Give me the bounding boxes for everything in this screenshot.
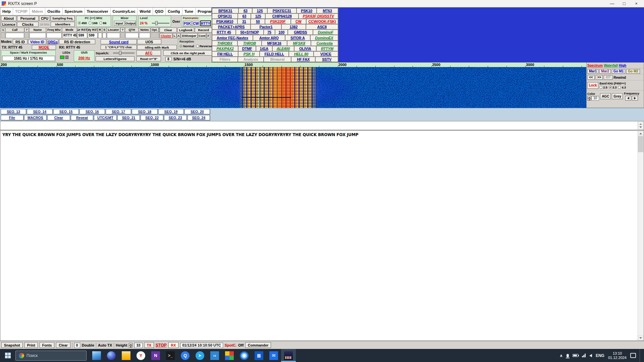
seq-button-seq-24[interactable]: SEQ. 24 bbox=[187, 115, 210, 120]
mode-gmdss[interactable]: GMDSS bbox=[288, 29, 313, 35]
qso-input-notes-13[interactable] bbox=[139, 33, 150, 38]
mode-31[interactable]: 31 bbox=[237, 19, 251, 24]
mode-141a[interactable]: 141A bbox=[256, 46, 272, 51]
mode-50[interactable]: 50 bbox=[251, 19, 265, 24]
frequency-right-button[interactable] bbox=[632, 96, 638, 101]
mode-ccw-ook-fsk[interactable]: CCW(OOK-FSK) bbox=[306, 19, 338, 24]
taskbar-app-browser[interactable] bbox=[237, 349, 252, 362]
scroll-down-icon[interactable] bbox=[638, 336, 643, 340]
band-2-5-radio[interactable]: 2.5 bbox=[599, 86, 607, 89]
start-button[interactable] bbox=[0, 349, 15, 362]
cpu-button[interactable]: CPU bbox=[39, 16, 50, 21]
taskbar-app-onenote[interactable]: N bbox=[148, 349, 163, 362]
notification-center-icon[interactable] bbox=[630, 353, 636, 358]
shift-left-button[interactable]: << bbox=[587, 75, 595, 80]
spotc-label[interactable]: SpotC. bbox=[225, 343, 236, 347]
mode-psk-h[interactable]: PSK H bbox=[238, 51, 260, 57]
reception-normal-radio[interactable]: Normal bbox=[179, 44, 194, 48]
mode-voice[interactable]: VOICE bbox=[314, 51, 338, 57]
height-spinner[interactable] bbox=[129, 343, 132, 348]
menu-item-transceiver[interactable]: Transceiver bbox=[85, 8, 111, 15]
pc-mhz-option-166[interactable]: 166 bbox=[89, 21, 98, 25]
qso-cell-a[interactable]: A bbox=[177, 33, 180, 38]
mode-63[interactable]: 63 bbox=[238, 8, 252, 13]
qso-button-opt-14[interactable]: Opt. bbox=[151, 27, 159, 32]
mar1-button[interactable]: Mar1 bbox=[587, 69, 598, 74]
panoramic-psk-button[interactable]: PSK bbox=[183, 21, 192, 26]
minimize-button[interactable]: — bbox=[606, 0, 618, 7]
mode-packet-aprs[interactable]: PACKET+APRS bbox=[212, 24, 251, 29]
double-toggle[interactable]: Double bbox=[82, 343, 94, 347]
qso-cell-dxkeeper[interactable]: DXKeeper bbox=[181, 33, 198, 38]
seq-button-utc-gmt[interactable]: UTC/GMT bbox=[94, 115, 117, 120]
lock-button[interactable]: Lock bbox=[587, 82, 598, 89]
hidden-icons-chevron-icon[interactable]: ∧ bbox=[559, 353, 563, 358]
qso-input-call-1[interactable] bbox=[5, 33, 24, 38]
panoramic-cw-button[interactable]: CW bbox=[192, 21, 200, 26]
personal-button[interactable]: Personal bbox=[17, 16, 39, 21]
level-slider-thumb[interactable] bbox=[155, 21, 158, 25]
sampling-freq-button[interactable]: Sampling freq. bbox=[51, 16, 75, 21]
taskbar-app-telegram[interactable]: ➤ bbox=[193, 349, 207, 362]
microphone-icon[interactable] bbox=[567, 354, 569, 357]
spinner-down-icon[interactable] bbox=[129, 345, 132, 348]
taskbar-app-q-app[interactable]: Q bbox=[178, 349, 193, 362]
spectrum-button[interactable]: Spectrum bbox=[587, 64, 603, 67]
mode-sitor-a[interactable]: SITOR A bbox=[285, 35, 310, 40]
maximize-button[interactable]: □ bbox=[618, 0, 630, 7]
mode-cw[interactable]: CW bbox=[291, 19, 307, 24]
seq-button-seq-20[interactable]: SEQ. 20 bbox=[184, 109, 210, 114]
mode-mfsk8[interactable]: MFSK8 bbox=[287, 41, 311, 46]
mode-throbx[interactable]: THROBX bbox=[212, 41, 237, 46]
shift-value-button[interactable]: 200 Hz bbox=[74, 56, 94, 60]
mode-pskam10[interactable]: PSKAM10 bbox=[212, 19, 237, 24]
taskbar-app-mail[interactable]: ✉ bbox=[266, 349, 281, 362]
qso-input-mode-5[interactable]: RTTY 45 bbox=[62, 33, 77, 38]
seq-button-seq-19[interactable]: SEQ. 19 bbox=[158, 109, 184, 114]
qso-input-name-3[interactable] bbox=[29, 33, 46, 38]
agc-button[interactable]: AGC bbox=[600, 93, 611, 99]
rs-id-detection-button[interactable]: RS ID detection bbox=[59, 39, 95, 44]
mode-mfsk16[interactable]: MFSK16 bbox=[262, 41, 287, 46]
taskbar-clock[interactable]: 13:10 01.12.2024 bbox=[608, 351, 627, 360]
mode-100[interactable]: 100 bbox=[275, 29, 288, 35]
mode-hf-fax[interactable]: HF FAX bbox=[291, 57, 315, 62]
taskbar-app-multipsk[interactable] bbox=[281, 349, 296, 362]
mode-50-synop[interactable]: 50+SYNOP bbox=[236, 29, 264, 35]
qso-cell-cont[interactable]: Cont bbox=[198, 33, 206, 38]
qso-cell-cluster[interactable]: Cluster bbox=[160, 33, 172, 38]
seq-button-seq-14[interactable]: SEQ. 14 bbox=[27, 109, 52, 114]
reset-n8-button[interactable]: Reset n="8" bbox=[137, 56, 161, 61]
menu-item-spectrum[interactable]: Spectrum bbox=[63, 8, 85, 15]
mode-psk63f-digisstv[interactable]: PSK63F DIGISSTV bbox=[299, 13, 338, 19]
qso-clear-button[interactable]: Clear bbox=[160, 27, 177, 33]
tx-scrollbar[interactable] bbox=[638, 122, 643, 129]
mode-125[interactable]: 125 bbox=[251, 13, 265, 19]
scroll-up-icon[interactable] bbox=[638, 131, 643, 136]
qso-input-r-8[interactable] bbox=[98, 33, 102, 38]
volume-icon[interactable] bbox=[589, 354, 592, 357]
qso-input-ur-rst-6[interactable]: 599 bbox=[77, 33, 87, 38]
mode-qpsk31[interactable]: QPSK31 bbox=[212, 13, 238, 19]
mode-dominof[interactable]: DominoF bbox=[313, 29, 338, 35]
taskbar-app-yandex-browser[interactable]: Y bbox=[133, 349, 148, 362]
seq-button-repeat[interactable]: Repeat bbox=[71, 115, 94, 120]
mode-dominoex[interactable]: DominoEX bbox=[310, 35, 338, 40]
seq-button-seq-13[interactable]: SEQ. 13 bbox=[1, 109, 26, 114]
clear-button[interactable]: Clear bbox=[56, 342, 70, 348]
network-icon[interactable] bbox=[582, 354, 586, 357]
mode-chip64-128[interactable]: CHIP64/128 bbox=[265, 13, 299, 19]
menu-item-world[interactable]: World bbox=[138, 8, 153, 15]
letters-figures-button[interactable]: Letters/Figures bbox=[96, 56, 135, 61]
pc-mhz-option-450[interactable]: 450 bbox=[78, 21, 87, 25]
close-button[interactable]: × bbox=[630, 0, 642, 7]
qso-logbook-button[interactable]: Logbook bbox=[177, 27, 195, 33]
seq-button-seq-23[interactable]: SEQ. 23 bbox=[164, 115, 187, 120]
space-frequency-cursor[interactable] bbox=[290, 67, 291, 108]
band-3-3-radio[interactable]: 3.3 bbox=[609, 86, 617, 89]
identifiers-button[interactable]: Identifiers bbox=[51, 22, 75, 27]
mode-hell-80[interactable]: HELL 80 bbox=[289, 51, 313, 57]
video-id-button[interactable]: Video ID bbox=[28, 39, 46, 44]
idling-with-mark-button[interactable]: Idling with Mark bbox=[137, 45, 177, 50]
seq-button-macros[interactable]: MACROS bbox=[24, 115, 47, 120]
